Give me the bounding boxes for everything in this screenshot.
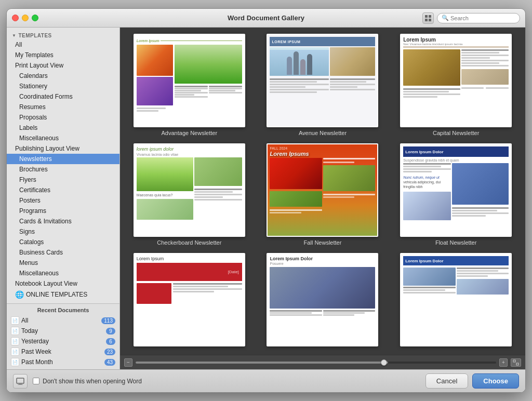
recent-item-past-month[interactable]: 📄 Past Month 43 bbox=[7, 357, 119, 367]
sidebar-item-posters[interactable]: Posters bbox=[7, 195, 119, 206]
recent-label-yesterday: Yesterday bbox=[21, 338, 104, 345]
template-item-r3t3[interactable]: Lorem Ipsum Dolor bbox=[393, 253, 519, 349]
view-toggle-button[interactable] bbox=[422, 12, 434, 24]
main-content: ▼ TEMPLATES All My Templates Print Layou… bbox=[7, 28, 525, 369]
sidebar-item-calendars[interactable]: Calendars bbox=[7, 71, 119, 81]
svg-rect-4 bbox=[513, 360, 515, 362]
sidebar-item-labels[interactable]: Labels bbox=[7, 123, 119, 133]
template-item-advantage[interactable]: Lorem Ipsum bbox=[126, 34, 252, 136]
sidebar-item-resumes[interactable]: Resumes bbox=[7, 102, 119, 112]
sidebar-item-miscellaneous2[interactable]: Miscellaneous bbox=[7, 268, 119, 278]
recent-icon-yesterday: 📄 bbox=[11, 337, 19, 345]
sidebar-item-menus[interactable]: Menus bbox=[7, 258, 119, 268]
recent-item-today[interactable]: 📄 Today 9 bbox=[7, 326, 119, 336]
template-label-fall: Fall Newsletter bbox=[304, 239, 342, 246]
template-thumb-float: Lorem Ipsum Dolor Suspendisse gravida ni… bbox=[400, 143, 512, 237]
sidebar-item-programs[interactable]: Programs bbox=[7, 206, 119, 216]
dont-show-checkbox-area[interactable]: Don't show this when opening Word bbox=[33, 378, 142, 385]
sidebar-top: ▼ TEMPLATES All My Templates Print Layou… bbox=[7, 28, 119, 303]
content-area: Lorem Ipsum bbox=[120, 28, 525, 369]
template-item-float[interactable]: Lorem Ipsum Dolor Suspendisse gravida ni… bbox=[393, 143, 519, 246]
recent-badge-yesterday: 6 bbox=[106, 338, 115, 345]
sidebar-item-certificates[interactable]: Certificates bbox=[7, 185, 119, 195]
sidebar-item-miscellaneous1[interactable]: Miscellaneous bbox=[7, 133, 119, 143]
sidebar-item-coordinated-forms[interactable]: Coordinated Forms bbox=[7, 91, 119, 102]
minimize-button[interactable] bbox=[22, 15, 29, 21]
maximize-button[interactable] bbox=[32, 15, 38, 21]
svg-rect-7 bbox=[19, 383, 22, 384]
sidebar-item-signs[interactable]: Signs bbox=[7, 226, 119, 237]
recent-label-all: All bbox=[21, 317, 99, 324]
recent-icon-past-week: 📄 bbox=[11, 347, 19, 356]
template-gallery: Lorem Ipsum bbox=[120, 28, 525, 355]
title-bar: Word Document Gallery 🔍 bbox=[7, 9, 525, 28]
template-label-float: Float Newsletter bbox=[435, 239, 476, 246]
sidebar-item-proposals[interactable]: Proposals bbox=[7, 112, 119, 123]
template-label-checkerboard: Checkerboard Newsletter bbox=[157, 239, 221, 246]
template-thumb-r3t2: Lorem Ipsum Dolor Posuere bbox=[267, 253, 378, 346]
zoom-slider-thumb[interactable] bbox=[381, 359, 387, 366]
zoom-out-button[interactable]: − bbox=[124, 358, 132, 367]
template-label-avenue: Avenue Newsletter bbox=[299, 130, 347, 136]
template-item-fall[interactable]: FALL 2024 Lorem Ipsums bbox=[260, 143, 386, 246]
sidebar-item-stationery[interactable]: Stationery bbox=[7, 81, 119, 91]
template-thumb-avenue: LOREM IPSUM bbox=[267, 34, 378, 127]
svg-rect-8 bbox=[18, 384, 23, 385]
template-label-advantage: Advantage Newsletter bbox=[162, 130, 218, 136]
sidebar-item-publishing-layout-view[interactable]: Publishing Layout View bbox=[7, 143, 119, 154]
recent-documents-section: Recent Documents 📄 All 113 📄 Today 9 📄 Y… bbox=[7, 303, 119, 369]
svg-rect-6 bbox=[17, 378, 24, 383]
recent-label-today: Today bbox=[21, 327, 104, 335]
cancel-button[interactable]: Cancel bbox=[425, 373, 468, 389]
search-box[interactable]: 🔍 bbox=[437, 13, 520, 23]
template-item-checkerboard[interactable]: lorem ipsum dolor Vivamus lacinia odio v… bbox=[126, 143, 252, 246]
choose-button[interactable]: Choose bbox=[472, 373, 519, 389]
template-item-r3t1[interactable]: Lorem Ipsum [Date] bbox=[126, 253, 252, 349]
template-thumb-r3t3: Lorem Ipsum Dolor bbox=[400, 253, 512, 346]
template-thumb-r3t1: Lorem Ipsum [Date] bbox=[134, 253, 245, 346]
template-thumb-checkerboard: lorem ipsum dolor Vivamus lacinia odio v… bbox=[134, 143, 245, 237]
template-item-capital[interactable]: Lorem Ipsum Nec Vivamus lacinia tincidun… bbox=[393, 34, 519, 136]
sidebar-item-print-layout-view[interactable]: Print Layout View bbox=[7, 60, 119, 71]
sidebar-item-online-templates[interactable]: 🌐 ONLINE TEMPLATES bbox=[7, 289, 119, 300]
sidebar-item-business-cards[interactable]: Business Cards bbox=[7, 247, 119, 258]
sidebar-item-my-templates[interactable]: My Templates bbox=[7, 50, 119, 60]
footer-screen-icon[interactable] bbox=[13, 374, 28, 389]
fit-to-screen-button[interactable] bbox=[511, 358, 521, 367]
sidebar-item-catalogs[interactable]: Catalogs bbox=[7, 237, 119, 247]
triangle-icon: ▼ bbox=[12, 33, 16, 38]
recent-item-all[interactable]: 📄 All 113 bbox=[7, 315, 119, 326]
search-icon: 🔍 bbox=[442, 15, 449, 21]
template-item-avenue[interactable]: LOREM IPSUM bbox=[260, 34, 386, 136]
recent-badge-past-month: 43 bbox=[104, 359, 115, 366]
sidebar-item-all[interactable]: All bbox=[7, 39, 119, 50]
recent-icon-past-month: 📄 bbox=[11, 358, 19, 366]
online-icon: 🌐 bbox=[15, 290, 24, 299]
search-input[interactable] bbox=[450, 15, 515, 21]
footer-buttons: Cancel Choose bbox=[425, 373, 519, 389]
recent-item-yesterday[interactable]: 📄 Yesterday 6 bbox=[7, 336, 119, 346]
sidebar: ▼ TEMPLATES All My Templates Print Layou… bbox=[7, 28, 120, 369]
sidebar-item-brochures[interactable]: Brochures bbox=[7, 164, 119, 175]
main-window: Word Document Gallery 🔍 ▼ TEMPLATES All … bbox=[6, 8, 526, 393]
recent-item-past-week[interactable]: 📄 Past Week 23 bbox=[7, 346, 119, 357]
svg-rect-1 bbox=[429, 15, 431, 18]
recent-docs-header: Recent Documents bbox=[7, 306, 119, 315]
recent-badge-today: 9 bbox=[106, 328, 115, 335]
sidebar-item-newsletters[interactable]: Newsletters bbox=[7, 154, 119, 164]
svg-rect-3 bbox=[429, 19, 431, 21]
sidebar-item-notebook-layout-view[interactable]: Notebook Layout View bbox=[7, 278, 119, 289]
sidebar-item-flyers[interactable]: Flyers bbox=[7, 175, 119, 185]
dont-show-checkbox[interactable] bbox=[33, 378, 39, 384]
template-item-r3t2[interactable]: Lorem Ipsum Dolor Posuere bbox=[260, 253, 386, 349]
footer: Don't show this when opening Word Cancel… bbox=[7, 369, 525, 392]
svg-rect-5 bbox=[516, 363, 518, 365]
close-button[interactable] bbox=[12, 15, 19, 21]
template-label-capital: Capital Newsletter bbox=[433, 130, 479, 136]
svg-rect-2 bbox=[425, 19, 428, 21]
recent-badge-past-week: 23 bbox=[104, 349, 115, 355]
zoom-in-button[interactable]: + bbox=[499, 358, 508, 367]
template-thumb-advantage: Lorem Ipsum bbox=[134, 34, 245, 127]
dont-show-label: Don't show this when opening Word bbox=[43, 378, 142, 385]
sidebar-item-cards-invitations[interactable]: Cards & Invitations bbox=[7, 216, 119, 226]
